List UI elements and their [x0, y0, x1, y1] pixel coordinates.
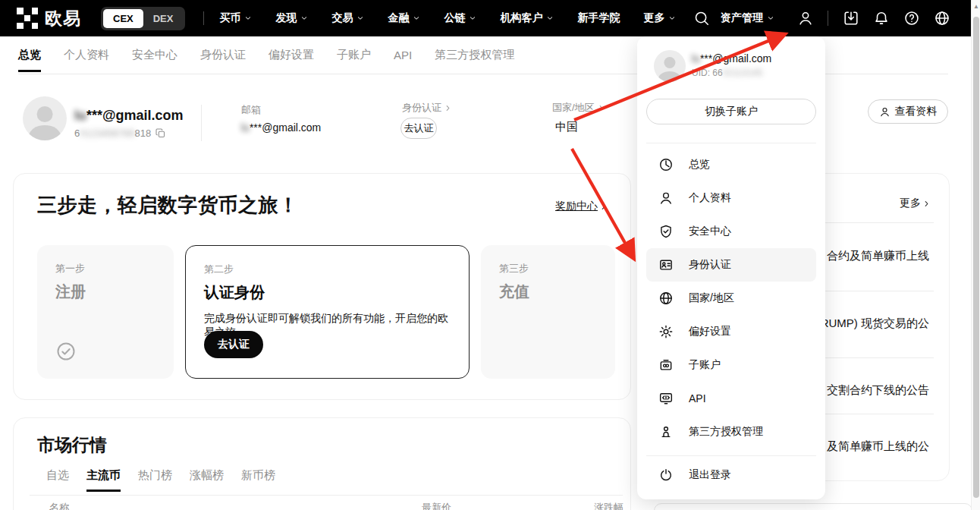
nav-menu: 买币 发现 交易 金融 公链 机构客户 新手学院 更多	[219, 11, 676, 25]
tab-personal-info[interactable]: 个人资料	[64, 36, 109, 74]
profile-icon	[658, 190, 674, 206]
scrollbar-thumb[interactable]	[973, 17, 979, 498]
step-number: 第二步	[204, 263, 451, 276]
step-number: 第三步	[499, 262, 597, 275]
tab-subaccounts[interactable]: 子账户	[337, 36, 371, 74]
nav-item-academy[interactable]: 新手学院	[577, 11, 620, 25]
tab-overview[interactable]: 总览	[18, 36, 41, 74]
region-link[interactable]: 国家/地区	[552, 101, 605, 115]
api-icon	[658, 391, 674, 406]
tab-api[interactable]: API	[394, 36, 412, 74]
nav-item-institutional[interactable]: 机构客户	[500, 11, 554, 25]
go-verify-button[interactable]: 去认证	[204, 331, 263, 358]
dropdown-uid: UID: 6602113145	[692, 68, 762, 78]
menu-item-preferences[interactable]: 偏好设置	[646, 315, 816, 348]
market-divider	[30, 495, 623, 496]
market-tabs: 自选 主流币 热门榜 涨幅榜 新币榜	[46, 468, 275, 492]
market-title: 市场行情	[37, 433, 107, 457]
menu-item-identity-verification[interactable]: 身份认证	[646, 248, 816, 282]
market-tab-hot[interactable]: 热门榜	[138, 468, 172, 492]
menu-item-overview[interactable]: 总览	[646, 148, 816, 181]
kyc-link[interactable]: 身份认证	[402, 101, 452, 115]
onboarding-card: 三步走，轻启数字货币之旅！ 奖励中心 第一步 注册 第二步 认证身份 完成身份认…	[13, 173, 631, 400]
chevron-down-icon	[244, 14, 252, 22]
assets-menu[interactable]: 资产管理	[721, 11, 774, 25]
avatar	[23, 96, 67, 140]
nav-item-trade[interactable]: 交易	[331, 11, 364, 25]
top-navbar: 欧易 CEX DEX 买币 发现 交易 金融 公链 机构客户 新手学院 更多 资…	[0, 0, 980, 36]
check-circle-icon	[55, 341, 77, 362]
menu-item-personal-info[interactable]: 个人资料	[646, 181, 816, 215]
market-tab-mainstream[interactable]: 主流币	[86, 468, 121, 492]
dropdown-email: lu***@gmail.com	[692, 52, 771, 65]
nav-item-more[interactable]: 更多	[643, 11, 676, 25]
dropdown-avatar	[654, 50, 686, 82]
cex-toggle[interactable]: CEX	[103, 9, 143, 28]
tab-identity-verification[interactable]: 身份认证	[200, 36, 246, 74]
view-profile-button[interactable]: 查看资料	[868, 99, 948, 124]
okx-logo-icon	[17, 8, 38, 29]
menu-item-security-center[interactable]: 安全中心	[646, 215, 816, 248]
step-title: 充值	[499, 282, 597, 302]
step-number: 第一步	[55, 262, 155, 275]
tab-preferences[interactable]: 偏好设置	[269, 36, 314, 74]
email-value: lu***@gmail.com	[241, 121, 321, 134]
scrollbar-up-arrow[interactable]: ▲	[973, 4, 979, 10]
announcement-item[interactable]: 及简单赚币上线的公	[827, 439, 929, 454]
nav-item-chain[interactable]: 公链	[444, 11, 476, 25]
globe-icon	[934, 10, 950, 27]
market-card: 市场行情 自选 主流币 热门榜 涨幅榜 新币榜 名称 最新价 涨跌幅	[13, 417, 631, 510]
chevron-down-icon	[546, 14, 554, 22]
download-app-button[interactable]	[836, 10, 866, 27]
market-tab-favorites[interactable]: 自选	[46, 468, 69, 492]
column-change: 涨跌幅	[594, 501, 623, 510]
security-icon	[658, 224, 674, 239]
tab-security-center[interactable]: 安全中心	[132, 36, 177, 74]
search-icon[interactable]	[693, 10, 710, 27]
person-icon	[879, 106, 890, 118]
announcement-item[interactable]: 合约及简单赚币上线	[827, 249, 929, 263]
notifications-button[interactable]	[866, 10, 897, 27]
nav-divider	[828, 11, 828, 26]
preferences-icon	[658, 324, 674, 339]
menu-item-logout[interactable]: 退出登录	[646, 458, 816, 492]
reward-center-link[interactable]: 奖励中心	[555, 200, 608, 213]
announcement-item[interactable]: TRUMP) 现货交易的公	[814, 316, 930, 331]
announcement-item[interactable]: 交割合约下线的公告	[827, 383, 929, 398]
nav-item-buy[interactable]: 买币	[219, 11, 252, 25]
menu-item-api[interactable]: API	[646, 382, 816, 415]
chevron-right-icon	[597, 104, 605, 112]
menu-item-third-party[interactable]: 第三方授权管理	[646, 415, 816, 449]
okx-logo[interactable]: 欧易	[17, 7, 81, 30]
page-scrollbar[interactable]: ▲	[971, 0, 980, 510]
nav-item-discover[interactable]: 发现	[275, 11, 308, 25]
chevron-down-icon	[300, 14, 308, 22]
nav-item-finance[interactable]: 金融	[388, 11, 420, 25]
tab-third-party[interactable]: 第三方授权管理	[435, 36, 514, 74]
language-button[interactable]	[927, 10, 957, 27]
identity-icon	[658, 257, 674, 272]
region-value: 中国	[555, 120, 578, 134]
email-label: 邮箱	[241, 103, 261, 117]
account-email: lu***@gmail.com	[74, 108, 184, 124]
dropdown-divider	[646, 455, 816, 456]
market-tab-new[interactable]: 新币榜	[241, 468, 275, 492]
market-tab-gainers[interactable]: 涨幅榜	[190, 468, 224, 492]
switch-subaccount-button[interactable]: 切换子账户	[646, 99, 816, 124]
step-title: 认证身份	[204, 282, 451, 303]
download-icon	[843, 10, 859, 27]
chevron-down-icon	[413, 14, 420, 22]
copy-icon[interactable]	[155, 128, 166, 139]
column-last-price: 最新价	[422, 501, 451, 510]
verify-now-button[interactable]: 去认证	[400, 118, 437, 139]
menu-item-region[interactable]: 国家/地区	[646, 282, 816, 315]
dex-toggle[interactable]: DEX	[143, 9, 184, 28]
chevron-down-icon	[469, 14, 476, 22]
user-icon[interactable]	[797, 10, 814, 27]
region-icon	[658, 291, 674, 306]
third-party-icon	[658, 424, 674, 439]
help-button[interactable]	[897, 10, 927, 27]
menu-item-subaccounts[interactable]: 子账户	[646, 348, 816, 382]
announcements-more-link[interactable]: 更多	[900, 197, 931, 210]
account-tabs: 总览 个人资料 安全中心 身份认证 偏好设置 子账户 API 第三方授权管理	[18, 36, 514, 74]
